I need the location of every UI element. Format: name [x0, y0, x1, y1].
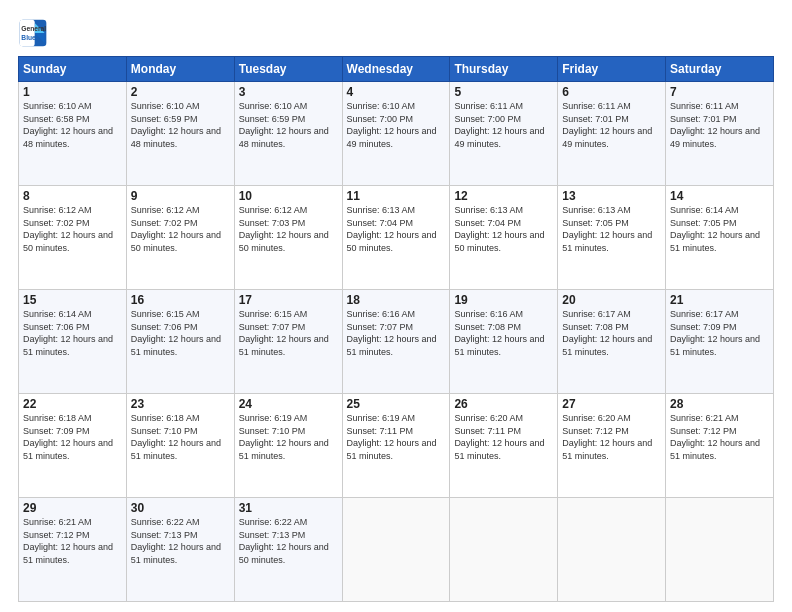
calendar-day-cell: 2 Sunrise: 6:10 AMSunset: 6:59 PMDayligh…	[126, 82, 234, 186]
day-info: Sunrise: 6:13 AMSunset: 7:04 PMDaylight:…	[347, 205, 437, 253]
calendar-day-cell: 19 Sunrise: 6:16 AMSunset: 7:08 PMDaylig…	[450, 290, 558, 394]
calendar-week-row: 22 Sunrise: 6:18 AMSunset: 7:09 PMDaylig…	[19, 394, 774, 498]
calendar-day-cell: 16 Sunrise: 6:15 AMSunset: 7:06 PMDaylig…	[126, 290, 234, 394]
weekday-header: Saturday	[666, 57, 774, 82]
day-info: Sunrise: 6:10 AMSunset: 6:59 PMDaylight:…	[239, 101, 329, 149]
day-number: 27	[562, 397, 661, 411]
weekday-header: Thursday	[450, 57, 558, 82]
day-number: 31	[239, 501, 338, 515]
day-number: 20	[562, 293, 661, 307]
calendar-day-cell: 30 Sunrise: 6:22 AMSunset: 7:13 PMDaylig…	[126, 498, 234, 602]
day-info: Sunrise: 6:12 AMSunset: 7:02 PMDaylight:…	[23, 205, 113, 253]
day-number: 19	[454, 293, 553, 307]
weekday-header: Tuesday	[234, 57, 342, 82]
logo-icon: General Blue	[18, 18, 48, 48]
calendar-day-cell: 13 Sunrise: 6:13 AMSunset: 7:05 PMDaylig…	[558, 186, 666, 290]
calendar-day-cell: 27 Sunrise: 6:20 AMSunset: 7:12 PMDaylig…	[558, 394, 666, 498]
calendar-day-cell	[342, 498, 450, 602]
day-info: Sunrise: 6:21 AMSunset: 7:12 PMDaylight:…	[670, 413, 760, 461]
day-number: 11	[347, 189, 446, 203]
svg-text:Blue: Blue	[21, 34, 36, 41]
day-number: 3	[239, 85, 338, 99]
calendar-day-cell: 14 Sunrise: 6:14 AMSunset: 7:05 PMDaylig…	[666, 186, 774, 290]
day-info: Sunrise: 6:12 AMSunset: 7:03 PMDaylight:…	[239, 205, 329, 253]
calendar-day-cell: 24 Sunrise: 6:19 AMSunset: 7:10 PMDaylig…	[234, 394, 342, 498]
calendar-week-row: 1 Sunrise: 6:10 AMSunset: 6:58 PMDayligh…	[19, 82, 774, 186]
calendar-day-cell: 28 Sunrise: 6:21 AMSunset: 7:12 PMDaylig…	[666, 394, 774, 498]
calendar-day-cell: 12 Sunrise: 6:13 AMSunset: 7:04 PMDaylig…	[450, 186, 558, 290]
day-info: Sunrise: 6:20 AMSunset: 7:11 PMDaylight:…	[454, 413, 544, 461]
day-info: Sunrise: 6:19 AMSunset: 7:11 PMDaylight:…	[347, 413, 437, 461]
day-info: Sunrise: 6:13 AMSunset: 7:04 PMDaylight:…	[454, 205, 544, 253]
day-number: 12	[454, 189, 553, 203]
day-number: 14	[670, 189, 769, 203]
day-number: 17	[239, 293, 338, 307]
calendar-day-cell: 18 Sunrise: 6:16 AMSunset: 7:07 PMDaylig…	[342, 290, 450, 394]
calendar-day-cell: 21 Sunrise: 6:17 AMSunset: 7:09 PMDaylig…	[666, 290, 774, 394]
calendar-day-cell: 25 Sunrise: 6:19 AMSunset: 7:11 PMDaylig…	[342, 394, 450, 498]
calendar-day-cell: 1 Sunrise: 6:10 AMSunset: 6:58 PMDayligh…	[19, 82, 127, 186]
calendar-day-cell: 3 Sunrise: 6:10 AMSunset: 6:59 PMDayligh…	[234, 82, 342, 186]
day-info: Sunrise: 6:17 AMSunset: 7:09 PMDaylight:…	[670, 309, 760, 357]
day-info: Sunrise: 6:18 AMSunset: 7:10 PMDaylight:…	[131, 413, 221, 461]
calendar-week-row: 15 Sunrise: 6:14 AMSunset: 7:06 PMDaylig…	[19, 290, 774, 394]
day-info: Sunrise: 6:21 AMSunset: 7:12 PMDaylight:…	[23, 517, 113, 565]
logo: General Blue	[18, 18, 52, 48]
day-number: 22	[23, 397, 122, 411]
weekday-header: Sunday	[19, 57, 127, 82]
day-info: Sunrise: 6:18 AMSunset: 7:09 PMDaylight:…	[23, 413, 113, 461]
day-number: 29	[23, 501, 122, 515]
day-info: Sunrise: 6:17 AMSunset: 7:08 PMDaylight:…	[562, 309, 652, 357]
day-number: 16	[131, 293, 230, 307]
calendar-table: SundayMondayTuesdayWednesdayThursdayFrid…	[18, 56, 774, 602]
calendar-day-cell	[666, 498, 774, 602]
day-number: 7	[670, 85, 769, 99]
day-number: 9	[131, 189, 230, 203]
day-info: Sunrise: 6:16 AMSunset: 7:08 PMDaylight:…	[454, 309, 544, 357]
day-number: 21	[670, 293, 769, 307]
day-info: Sunrise: 6:11 AMSunset: 7:01 PMDaylight:…	[670, 101, 760, 149]
day-number: 23	[131, 397, 230, 411]
day-info: Sunrise: 6:22 AMSunset: 7:13 PMDaylight:…	[239, 517, 329, 565]
day-info: Sunrise: 6:22 AMSunset: 7:13 PMDaylight:…	[131, 517, 221, 565]
calendar-day-cell	[558, 498, 666, 602]
day-info: Sunrise: 6:19 AMSunset: 7:10 PMDaylight:…	[239, 413, 329, 461]
day-number: 26	[454, 397, 553, 411]
calendar-day-cell: 11 Sunrise: 6:13 AMSunset: 7:04 PMDaylig…	[342, 186, 450, 290]
day-info: Sunrise: 6:20 AMSunset: 7:12 PMDaylight:…	[562, 413, 652, 461]
calendar-day-cell	[450, 498, 558, 602]
calendar-day-cell: 20 Sunrise: 6:17 AMSunset: 7:08 PMDaylig…	[558, 290, 666, 394]
calendar-week-row: 29 Sunrise: 6:21 AMSunset: 7:12 PMDaylig…	[19, 498, 774, 602]
day-info: Sunrise: 6:13 AMSunset: 7:05 PMDaylight:…	[562, 205, 652, 253]
weekday-header: Wednesday	[342, 57, 450, 82]
calendar-day-cell: 9 Sunrise: 6:12 AMSunset: 7:02 PMDayligh…	[126, 186, 234, 290]
svg-text:General: General	[21, 25, 46, 32]
day-number: 30	[131, 501, 230, 515]
day-info: Sunrise: 6:14 AMSunset: 7:05 PMDaylight:…	[670, 205, 760, 253]
calendar-day-cell: 29 Sunrise: 6:21 AMSunset: 7:12 PMDaylig…	[19, 498, 127, 602]
day-info: Sunrise: 6:11 AMSunset: 7:00 PMDaylight:…	[454, 101, 544, 149]
calendar-day-cell: 4 Sunrise: 6:10 AMSunset: 7:00 PMDayligh…	[342, 82, 450, 186]
calendar-day-cell: 22 Sunrise: 6:18 AMSunset: 7:09 PMDaylig…	[19, 394, 127, 498]
calendar-day-cell: 5 Sunrise: 6:11 AMSunset: 7:00 PMDayligh…	[450, 82, 558, 186]
day-info: Sunrise: 6:11 AMSunset: 7:01 PMDaylight:…	[562, 101, 652, 149]
day-number: 8	[23, 189, 122, 203]
calendar-day-cell: 26 Sunrise: 6:20 AMSunset: 7:11 PMDaylig…	[450, 394, 558, 498]
page: General Blue SundayMondayTuesdayWednesda…	[0, 0, 792, 612]
calendar-day-cell: 6 Sunrise: 6:11 AMSunset: 7:01 PMDayligh…	[558, 82, 666, 186]
header: General Blue	[18, 18, 774, 48]
calendar-day-cell: 23 Sunrise: 6:18 AMSunset: 7:10 PMDaylig…	[126, 394, 234, 498]
day-number: 28	[670, 397, 769, 411]
day-number: 13	[562, 189, 661, 203]
day-info: Sunrise: 6:12 AMSunset: 7:02 PMDaylight:…	[131, 205, 221, 253]
day-info: Sunrise: 6:14 AMSunset: 7:06 PMDaylight:…	[23, 309, 113, 357]
weekday-header: Friday	[558, 57, 666, 82]
day-info: Sunrise: 6:10 AMSunset: 6:59 PMDaylight:…	[131, 101, 221, 149]
calendar-day-cell: 10 Sunrise: 6:12 AMSunset: 7:03 PMDaylig…	[234, 186, 342, 290]
day-number: 25	[347, 397, 446, 411]
day-number: 15	[23, 293, 122, 307]
day-number: 2	[131, 85, 230, 99]
calendar-day-cell: 8 Sunrise: 6:12 AMSunset: 7:02 PMDayligh…	[19, 186, 127, 290]
day-info: Sunrise: 6:10 AMSunset: 7:00 PMDaylight:…	[347, 101, 437, 149]
day-info: Sunrise: 6:10 AMSunset: 6:58 PMDaylight:…	[23, 101, 113, 149]
